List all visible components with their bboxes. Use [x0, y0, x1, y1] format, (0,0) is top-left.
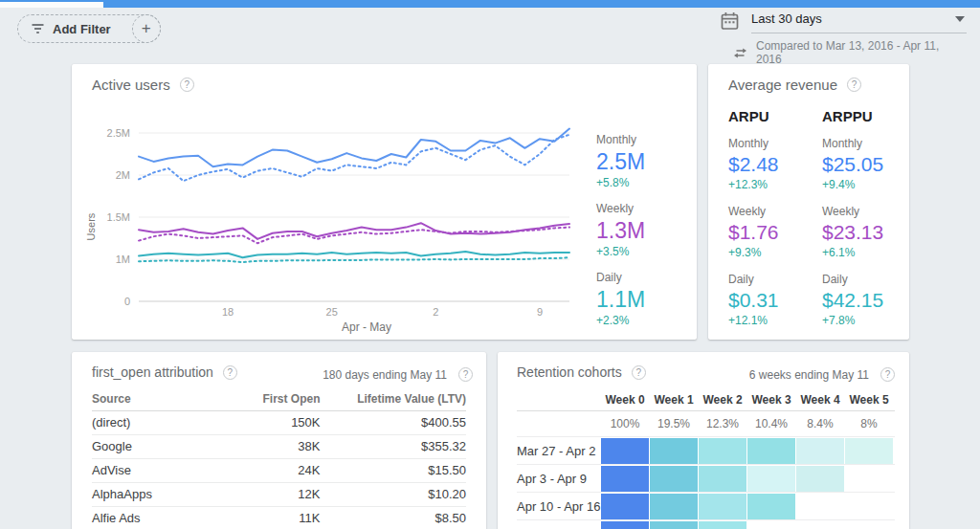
metric-value: $23.13	[822, 220, 913, 245]
cohort-label: Apr 3 - Apr 9	[517, 472, 601, 486]
metric-delta: +12.1%	[728, 313, 819, 328]
cohort-cell	[650, 521, 698, 529]
week-header: Week 3	[747, 393, 795, 407]
arpu-monthly-metric: Monthly $2.48 +12.3%	[728, 137, 819, 192]
cohort-cell	[650, 494, 698, 519]
attribution-subtitle-row: 180 days ending May 11 ?	[323, 367, 473, 382]
cohort-cell	[699, 466, 746, 492]
week-header: Week 5	[845, 393, 893, 407]
series-line-weekly-current	[139, 223, 569, 239]
y-axis-tick: 0	[124, 296, 130, 307]
attribution-row: Google38K$355.32	[92, 434, 466, 458]
x-axis-tick: 18	[222, 306, 234, 318]
help-icon[interactable]: ?	[458, 367, 473, 382]
help-icon[interactable]: ?	[180, 77, 194, 92]
attribution-column-header[interactable]: Source	[92, 388, 249, 410]
attribution-column-header[interactable]: Lifetime Value (LTV)	[321, 388, 467, 410]
help-icon[interactable]: ?	[847, 77, 861, 92]
help-icon[interactable]: ?	[880, 367, 895, 382]
active-users-title: Active users	[92, 77, 170, 93]
cohort-row: Apr 3 - Apr 9	[517, 464, 895, 492]
x-axis-tick: 9	[537, 306, 543, 318]
add-filter-plus-icon[interactable]: +	[132, 14, 161, 43]
metric-delta: +12.3%	[728, 177, 819, 192]
attribution-first-open: 38K	[249, 434, 320, 458]
attribution-column-header[interactable]: First Open	[249, 388, 320, 410]
metric-delta: +7.8%	[822, 313, 913, 328]
series-line-daily-current	[139, 252, 569, 257]
retention-heatmap: Week 0Week 1Week 2Week 3Week 4Week 5100%…	[517, 392, 895, 529]
cohort-cell	[650, 466, 698, 492]
cohort-row: Mar 27 - Apr 2	[517, 436, 895, 464]
cohort-label: Apr 10 - Apr 16	[517, 499, 601, 514]
date-range-dropdown[interactable]: Last 30 days	[751, 11, 967, 33]
cohort-cell	[601, 494, 649, 519]
top-browser-strip	[0, 0, 980, 8]
arpu-daily-metric: Daily $0.31 +12.1%	[728, 273, 819, 328]
legend-delta: +3.5%	[596, 244, 692, 259]
average-revenue-title: Average revenue	[728, 77, 837, 93]
week-header: Week 0	[601, 393, 649, 407]
y-axis-tick: 2.5M	[107, 127, 130, 139]
cohort-cell	[699, 521, 746, 529]
x-axis-tick: 2	[433, 306, 438, 318]
metric-value: $42.15	[822, 288, 913, 313]
arppu-daily-metric: Daily $42.15 +7.8%	[822, 273, 913, 328]
attribution-first-open: 150K	[249, 410, 320, 434]
metric-value: $0.31	[728, 288, 819, 313]
cohort-cell	[601, 521, 649, 529]
top-strip-tab	[0, 2, 103, 8]
week-percent-row: 100%19.5%12.3%10.4%8.4%8%	[517, 411, 895, 436]
arppu-weekly-metric: Weekly $23.13 +6.1%	[822, 205, 913, 260]
legend-weekly: Weekly 1.3M +3.5%	[596, 202, 692, 259]
attribution-header-row: SourceFirst OpenLifetime Value (LTV)	[92, 388, 466, 410]
arpu-column-header: ARPU	[728, 108, 769, 124]
cohort-cell	[747, 438, 795, 464]
active-users-card: Active users ? 2.5M2M1.5M1M0Users182529A…	[72, 64, 697, 340]
cohort-cell	[601, 438, 649, 464]
legend-period: Monthly	[596, 133, 692, 147]
attribution-subtitle: 180 days ending May 11	[323, 368, 447, 382]
cohort-cell	[747, 521, 795, 529]
x-axis-label: Apr - May	[342, 320, 391, 334]
attribution-row: (direct)150K$400.55	[92, 410, 466, 434]
series-line-daily-previous	[139, 257, 569, 262]
calendar-icon	[721, 11, 739, 31]
compare-arrows-icon	[733, 47, 747, 59]
cohort-cell	[845, 438, 893, 464]
arpu-weekly-metric: Weekly $1.76 +9.3%	[728, 205, 819, 260]
metric-value: $1.76	[728, 220, 819, 245]
legend-delta: +5.8%	[596, 175, 692, 190]
y-axis-tick: 1.5M	[107, 211, 130, 223]
metric-delta: +9.3%	[728, 245, 819, 260]
attribution-source: Alfie Ads	[92, 506, 249, 529]
legend-period: Weekly	[596, 202, 692, 216]
attribution-title: first_open attribution	[92, 364, 213, 380]
cohort-cell	[699, 438, 746, 464]
cohort-cell	[796, 466, 844, 492]
help-icon[interactable]: ?	[223, 365, 237, 380]
cohort-cell	[699, 494, 746, 519]
filter-list-icon	[31, 23, 45, 34]
metric-value: $2.48	[728, 152, 819, 177]
arppu-monthly-metric: Monthly $25.05 +9.4%	[822, 137, 913, 192]
x-axis-tick: 25	[326, 306, 338, 318]
add-filter-button[interactable]: Add Filter +	[17, 14, 161, 43]
y-axis-label: Users	[85, 212, 97, 240]
attribution-row: Alfie Ads11K$8.50	[92, 506, 466, 529]
y-axis-tick: 1M	[116, 253, 130, 265]
week-header: Week 2	[699, 393, 746, 407]
cohort-row: Apr 10 - Apr 16	[517, 492, 895, 519]
legend-period: Daily	[596, 271, 692, 285]
help-icon[interactable]: ?	[632, 365, 646, 380]
cohort-cell	[796, 521, 844, 529]
attribution-ltv: $355.32	[321, 434, 467, 458]
retention-cohorts-card: Retention cohorts ? 6 weeks ending May 1…	[498, 352, 909, 529]
legend-value: 1.3M	[596, 217, 692, 244]
legend-delta: +2.3%	[596, 313, 692, 328]
metric-period: Weekly	[822, 205, 913, 219]
week-percent: 8.4%	[796, 417, 844, 430]
date-range-selector: Last 30 days Compared to Mar 13, 2016 - …	[721, 11, 967, 66]
cohort-row: Apr 17 - Apr 23	[517, 519, 895, 529]
attribution-ltv: $400.55	[321, 410, 467, 434]
